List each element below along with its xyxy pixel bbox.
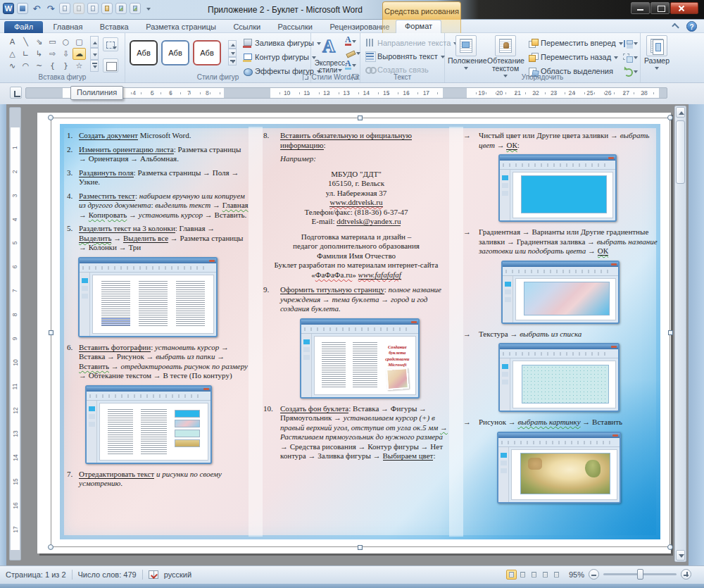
send-backward-button[interactable]: Переместить назад [528, 50, 624, 64]
align-objects-button[interactable] [622, 36, 639, 50]
minimize-ribbon-icon[interactable] [672, 23, 679, 27]
shape-fill-button[interactable]: Заливка фигуры [242, 36, 322, 50]
selection-handle[interactable] [48, 115, 54, 120]
undo-icon[interactable]: ↶ [31, 3, 42, 14]
maximize-button[interactable] [650, 2, 670, 14]
booklet-column-2[interactable]: 8.Вставить обязательную и официальную ин… [263, 131, 449, 541]
insert-clipart-icon[interactable] [130, 3, 141, 14]
shape-icon[interactable]: ◠ [19, 60, 32, 72]
scroll-down-icon[interactable] [90, 48, 99, 60]
text-outline-button[interactable] [345, 46, 361, 58]
tab-stop-selector[interactable] [10, 87, 22, 99]
insert-picture-icon[interactable] [115, 3, 127, 14]
ruler-number: 17 [423, 89, 429, 96]
scroll-up-icon[interactable] [90, 36, 99, 48]
tab-format-active[interactable]: Формат [396, 20, 441, 33]
gallery-more-icon[interactable] [228, 57, 237, 65]
shape-outline-button[interactable]: Контур фигуры [242, 50, 322, 64]
shape-icon[interactable]: ~ [32, 60, 46, 72]
vertical-scrollbar[interactable] [674, 106, 686, 562]
booklet-column-1[interactable]: 1.Создать документ Microsoft Word. 2.Изм… [67, 131, 249, 541]
language-indicator[interactable]: русский [164, 570, 191, 579]
scroll-up-icon[interactable] [676, 107, 685, 118]
word-logo-icon[interactable]: W [3, 3, 14, 14]
selection-handle[interactable] [668, 330, 673, 335]
shape-style-sample[interactable]: Абв [193, 40, 221, 65]
format-painter-icon[interactable] [73, 3, 84, 14]
edit-shape-button[interactable] [103, 37, 118, 51]
redo-icon[interactable]: ↷ [45, 3, 56, 14]
copy-icon[interactable] [87, 3, 99, 14]
shape-icon[interactable]: ╲ [19, 36, 32, 48]
draft-view-icon[interactable] [551, 570, 562, 580]
group-objects-button[interactable] [622, 50, 639, 64]
quick-styles-button[interactable]: А [317, 35, 341, 59]
scroll-down-icon[interactable] [676, 550, 685, 561]
dialog-launcher-icon[interactable] [352, 74, 358, 80]
shape-icon[interactable]: △ [6, 48, 19, 60]
website-link[interactable]: www.ddtvelsk.ru [263, 198, 449, 208]
selection-handle[interactable] [358, 115, 363, 120]
zoom-slider[interactable] [603, 573, 677, 575]
shape-icon[interactable]: ○ [59, 36, 73, 48]
ruler-number: 13 [343, 89, 349, 96]
scrollbar-thumb[interactable] [676, 120, 685, 184]
qat-customize-icon[interactable] [144, 3, 153, 14]
shape-icon[interactable]: ⇩ [59, 48, 73, 60]
page-indicator[interactable]: Страница: 1 из 2 [6, 570, 66, 579]
shape-icon[interactable]: ↳ [32, 48, 46, 60]
minimize-button[interactable] [631, 2, 650, 14]
shape-icon[interactable]: ☆ [73, 60, 86, 72]
position-button[interactable]: Положение [448, 35, 484, 70]
selection-handle[interactable] [358, 545, 363, 550]
quick-styles-label[interactable]: Экспресс- стили [313, 60, 349, 74]
shape-icon[interactable]: ⇘ [32, 36, 46, 48]
email-link[interactable]: E-mail: ddtvelsk@yandex.ru [263, 217, 449, 227]
document-page[interactable]: 1.Создать документ Microsoft Word. 2.Изм… [37, 113, 671, 553]
dialog-launcher-icon[interactable] [303, 74, 309, 80]
gallery-more-icon[interactable] [90, 60, 99, 72]
wrap-text-button[interactable]: Обтеканиетекстом [487, 35, 524, 78]
zoom-out-icon[interactable] [589, 569, 599, 580]
shape-icon[interactable]: } [59, 60, 73, 72]
shape-icon[interactable]: { [46, 60, 59, 72]
word-count[interactable]: Число слов: 479 [78, 570, 137, 579]
draw-text-box-button[interactable] [103, 58, 118, 73]
print-icon[interactable] [59, 3, 70, 14]
vertical-ruler[interactable]: 1234567891011121314151617 [9, 107, 21, 561]
selection-handle[interactable] [48, 544, 54, 550]
help-icon[interactable]: ? [686, 21, 697, 32]
shape-icon[interactable]: ⇨ [46, 48, 59, 60]
spellcheck-icon[interactable] [149, 570, 158, 579]
text-fill-button[interactable]: А [345, 35, 361, 46]
print-layout-view-icon[interactable] [506, 570, 517, 580]
document-area: 1234567891011121314151617 1.Создать доку… [0, 104, 704, 565]
paste-icon[interactable] [101, 3, 113, 14]
outline-view-icon[interactable] [540, 570, 551, 580]
zoom-level[interactable]: 95% [566, 570, 584, 579]
shape-icon[interactable]: ▢ [73, 36, 86, 48]
shape-style-sample[interactable]: Абв [130, 40, 158, 65]
scroll-up-icon[interactable] [228, 40, 237, 49]
shape-icon[interactable]: ∟ [19, 48, 32, 60]
shape-icon[interactable]: ▭ [46, 36, 59, 48]
selection-handle[interactable] [49, 330, 54, 335]
fullscreen-view-icon[interactable] [517, 570, 528, 580]
shape-icon-cloud-selected[interactable]: ☁ [73, 48, 86, 60]
zoom-slider-thumb[interactable] [637, 569, 643, 580]
shape-icon[interactable]: ∿ [6, 60, 19, 72]
scroll-down-icon[interactable] [228, 49, 237, 57]
text-effects-button[interactable]: А [345, 58, 361, 70]
save-icon[interactable] [17, 3, 28, 14]
bring-forward-button[interactable]: Переместить вперед [528, 36, 624, 50]
selection-handle[interactable] [667, 115, 673, 120]
web-layout-view-icon[interactable] [529, 570, 539, 580]
context-tab-group-header: Средства рисования [382, 1, 461, 20]
close-button[interactable] [670, 2, 698, 14]
size-button[interactable]: Размер [639, 35, 675, 70]
shape-style-sample[interactable]: Абв [161, 40, 189, 65]
zoom-in-icon[interactable] [681, 569, 691, 580]
booklet-column-3[interactable]: →Чистый цвет или Другие цвета заливки → … [463, 131, 658, 541]
shape-icon[interactable]: A [6, 36, 19, 48]
selection-handle[interactable] [667, 544, 673, 550]
